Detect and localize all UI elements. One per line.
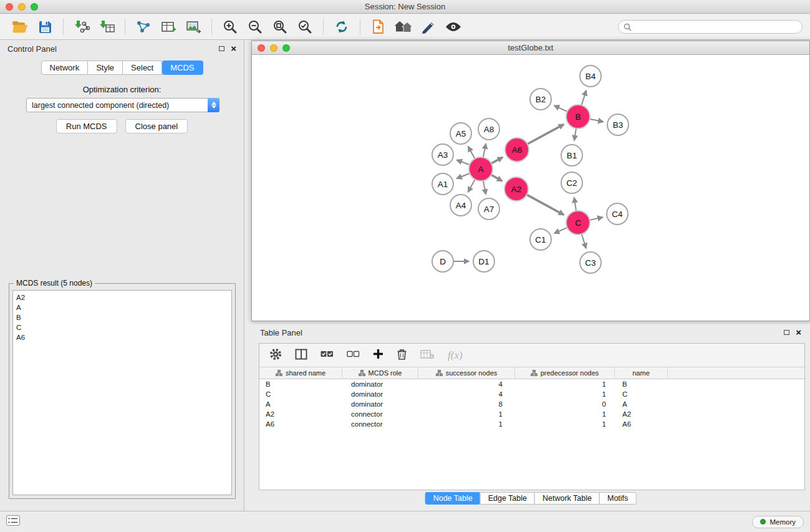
- edge-A-A4[interactable]: [468, 180, 475, 192]
- zoom-fit-button[interactable]: [269, 17, 291, 37]
- show-hide-button[interactable]: [443, 17, 464, 37]
- export-image-button[interactable]: [183, 17, 204, 37]
- tab-mcds[interactable]: MCDS: [162, 60, 203, 75]
- minimize-window-button[interactable]: [18, 3, 26, 11]
- close-panel-button[interactable]: Close panel: [125, 119, 188, 133]
- table-row[interactable]: A6connector11A6: [259, 419, 804, 429]
- graphics-details-button[interactable]: [418, 17, 439, 37]
- open-document-button[interactable]: [368, 17, 389, 37]
- node-A1[interactable]: A1: [432, 173, 453, 195]
- edge-B-B4[interactable]: [582, 90, 586, 105]
- zoom-window-button[interactable]: [31, 3, 38, 11]
- edge-A-A6[interactable]: [491, 157, 503, 163]
- import-network-file-button[interactable]: [71, 17, 92, 37]
- home-button[interactable]: [393, 17, 414, 37]
- table-cell[interactable]: 8: [418, 399, 515, 409]
- memory-button[interactable]: Memory: [752, 516, 804, 528]
- task-history-button[interactable]: [6, 515, 20, 528]
- table-cell[interactable]: A2: [615, 409, 668, 419]
- node-A2[interactable]: A2: [504, 177, 528, 201]
- edge-A-A8[interactable]: [483, 144, 486, 158]
- select-all-columns-button[interactable]: [321, 349, 334, 361]
- edge-A-A3[interactable]: [456, 160, 470, 165]
- table-row[interactable]: Adominator80A: [259, 399, 804, 409]
- deselect-all-columns-button[interactable]: [347, 349, 360, 361]
- tab-style[interactable]: Style: [88, 60, 123, 75]
- column-header-successor-nodes[interactable]: successor nodes: [418, 367, 515, 379]
- tab-node-table[interactable]: Node Table: [425, 492, 481, 505]
- node-A5[interactable]: A5: [450, 123, 471, 144]
- node-A8[interactable]: A8: [478, 118, 499, 140]
- node-B[interactable]: B: [566, 105, 590, 128]
- zoom-selected-button[interactable]: [294, 17, 316, 37]
- column-header-name[interactable]: name: [615, 367, 668, 379]
- search-field[interactable]: [618, 20, 803, 34]
- delete-column-button[interactable]: [397, 348, 407, 362]
- network-canvas[interactable]: B4B2BB3A5A8A6B1A3AC2A1A2A4A7C4CC1C3DD1: [252, 55, 809, 321]
- import-table-file-button[interactable]: [96, 17, 117, 37]
- edge-B-B2[interactable]: [554, 105, 567, 112]
- table-cell[interactable]: A6: [615, 419, 668, 429]
- table-cell[interactable]: B: [259, 379, 342, 389]
- mcds-result-list[interactable]: A2ABCA6: [12, 290, 232, 495]
- mcds-result-item[interactable]: B: [16, 312, 228, 322]
- close-panel-icon[interactable]: ×: [231, 46, 236, 52]
- mcds-result-item[interactable]: C: [16, 322, 228, 332]
- table-cell[interactable]: B: [615, 379, 668, 389]
- network-close-button[interactable]: [258, 44, 265, 52]
- column-header-mcds-role[interactable]: MCDS role: [342, 367, 418, 379]
- node-B4[interactable]: B4: [580, 65, 601, 87]
- node-C1[interactable]: C1: [530, 229, 551, 250]
- column-header-predecessor-nodes[interactable]: predecessor nodes: [515, 367, 615, 379]
- table-cell[interactable]: 0: [515, 399, 615, 409]
- table-cell[interactable]: 1: [418, 419, 515, 429]
- table-cell[interactable]: 4: [418, 389, 515, 399]
- node-A7[interactable]: A7: [478, 198, 499, 220]
- table-cell[interactable]: dominator: [342, 379, 418, 389]
- apply-layout-button[interactable]: [331, 17, 352, 37]
- column-header-shared-name[interactable]: shared name: [259, 367, 342, 379]
- show-columns-button[interactable]: [295, 349, 307, 362]
- edge-A-A1[interactable]: [456, 173, 470, 178]
- edge-A6-B[interactable]: [528, 124, 564, 144]
- edge-C-C4[interactable]: [590, 217, 603, 220]
- table-cell[interactable]: 1: [515, 419, 615, 429]
- mcds-result-item[interactable]: A6: [16, 332, 228, 342]
- table-cell[interactable]: dominator: [342, 399, 418, 409]
- zoom-out-button[interactable]: [244, 17, 266, 37]
- dropdown-stepper-icon[interactable]: [208, 98, 219, 112]
- table-cell[interactable]: 1: [515, 389, 615, 399]
- node-C2[interactable]: C2: [561, 172, 582, 193]
- edge-C-C2[interactable]: [574, 198, 576, 211]
- table-cell[interactable]: A6: [259, 419, 342, 429]
- float-table-panel-icon[interactable]: [784, 330, 789, 335]
- tab-network[interactable]: Network: [41, 60, 88, 75]
- node-A6[interactable]: A6: [505, 138, 529, 162]
- edge-A-A5[interactable]: [468, 147, 475, 159]
- tab-motifs[interactable]: Motifs: [599, 492, 636, 505]
- edge-C-C1[interactable]: [554, 228, 567, 233]
- save-session-button[interactable]: [34, 17, 55, 37]
- table-cell[interactable]: dominator: [342, 389, 418, 399]
- table-cell[interactable]: C: [259, 389, 342, 399]
- zoom-in-button[interactable]: [219, 17, 241, 37]
- search-input[interactable]: [635, 22, 797, 31]
- mcds-result-item[interactable]: A2: [16, 293, 228, 302]
- table-row[interactable]: A2connector11A2: [259, 409, 804, 419]
- table-cell[interactable]: 1: [515, 379, 615, 389]
- table-cell[interactable]: 1: [515, 409, 615, 419]
- float-panel-icon[interactable]: [219, 46, 224, 51]
- network-zoom-button[interactable]: [282, 44, 290, 52]
- node-C4[interactable]: C4: [607, 203, 628, 225]
- new-network-button[interactable]: [133, 17, 154, 37]
- edge-C-C3[interactable]: [582, 234, 586, 248]
- tab-edge-table[interactable]: Edge Table: [480, 492, 535, 505]
- table-cell[interactable]: 4: [418, 379, 515, 389]
- node-A[interactable]: A: [469, 157, 493, 181]
- tab-network-table[interactable]: Network Table: [534, 492, 600, 505]
- table-cell[interactable]: 1: [418, 409, 515, 419]
- close-window-button[interactable]: [6, 3, 13, 11]
- create-column-button[interactable]: [373, 349, 383, 362]
- tab-select[interactable]: Select: [123, 60, 162, 75]
- edge-A-A7[interactable]: [483, 181, 486, 195]
